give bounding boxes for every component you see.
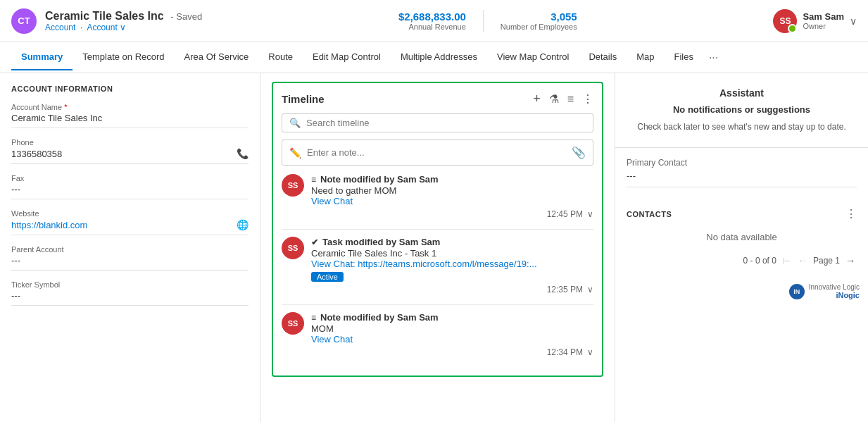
company-avatar: CT: [11, 8, 37, 34]
primary-contact-section: Primary Contact ---: [615, 148, 868, 197]
timeline-more-icon[interactable]: ⋮: [582, 92, 593, 106]
task-icon-2: ✔: [311, 237, 318, 247]
annual-revenue-stat: $2,688,833.00 Annual Revenue: [398, 11, 466, 31]
account-info-title: ACCOUNT INFORMATION: [11, 85, 249, 93]
timeline-search-input[interactable]: [306, 118, 586, 128]
nav-item-area[interactable]: Area Of Service: [175, 44, 259, 70]
timeline-note-input[interactable]: [307, 147, 566, 158]
timeline-title-1: ≡ Note modified by Sam Sam: [311, 174, 593, 185]
contacts-section: CONTACTS ⋮ No data available 0 - 0 of 0 …: [615, 197, 868, 278]
account-name-field: Account Name * Ceramic Tile Sales Inc: [11, 103, 249, 128]
timeline-title-3: ≡ Note modified by Sam Sam: [311, 312, 593, 323]
user-avatar: SS: [773, 9, 797, 33]
timeline-separator-1: [282, 229, 593, 230]
timeline-item-2: SS ✔ Task modified by Sam Sam Ceramic Ti…: [282, 237, 593, 294]
saved-label: - Saved: [170, 11, 202, 22]
timeline-content-3: ≡ Note modified by Sam Sam MOM View Chat…: [311, 312, 593, 357]
nav-more-button[interactable]: ···: [703, 44, 724, 71]
pagination-next-btn[interactable]: →: [844, 254, 857, 268]
phone-value[interactable]: 1336580358 📞: [11, 148, 249, 164]
website-label: Website: [11, 209, 249, 218]
company-name: Ceramic Tile Sales Inc: [45, 10, 164, 22]
timeline-content-1: ≡ Note modified by Sam Sam Need to gathe…: [311, 174, 593, 219]
header: CT Ceramic Tile Sales Inc - Saved Accoun…: [0, 0, 868, 42]
account-name-value[interactable]: Ceramic Tile Sales Inc: [11, 113, 249, 128]
employee-count-label: Number of Employees: [501, 23, 577, 31]
navigation-bar: Summary Template on Record Area Of Servi…: [0, 42, 868, 73]
primary-contact-value: ---: [627, 170, 857, 187]
website-value[interactable]: https://blankid.com 🌐: [11, 219, 249, 235]
search-icon: 🔍: [289, 118, 301, 128]
nav-item-details[interactable]: Details: [579, 44, 627, 70]
timeline-time-2: 12:35 PM: [547, 285, 583, 294]
timeline-actions: + ⚗ ≡ ⋮: [533, 92, 593, 106]
left-panel: ACCOUNT INFORMATION Account Name * Ceram…: [0, 73, 260, 422]
timeline-avatar-1: SS: [282, 174, 304, 197]
user-dropdown-chevron[interactable]: ∨: [850, 15, 857, 27]
timeline-time-1: 12:45 PM: [547, 209, 583, 219]
phone-icon: 📞: [237, 148, 249, 159]
parent-account-value[interactable]: ---: [11, 255, 249, 271]
website-field: Website https://blankid.com 🌐: [11, 209, 249, 235]
breadcrumb: Account · Account ∨: [45, 23, 202, 32]
header-left: CT Ceramic Tile Sales Inc - Saved Accoun…: [11, 8, 202, 34]
paperclip-icon[interactable]: 📎: [572, 146, 586, 159]
contacts-title: CONTACTS: [627, 210, 672, 218]
header-user: SS Sam Sam Owner ∨: [773, 9, 857, 33]
company-name-row: Ceramic Tile Sales Inc - Saved: [45, 10, 202, 23]
ticker-symbol-value[interactable]: ---: [11, 290, 249, 306]
timeline-link-3[interactable]: View Chat: [311, 334, 593, 345]
annual-revenue-value: $2,688,833.00: [398, 11, 466, 23]
assistant-section: Assistant No notifications or suggestion…: [615, 73, 868, 148]
timeline-expand-1[interactable]: ∨: [587, 209, 593, 219]
contacts-pagination: 0 - 0 of 0 ⊢ ← Page 1 →: [627, 254, 857, 268]
pagination-page-label: Page 1: [813, 256, 840, 266]
nav-item-summary[interactable]: Summary: [11, 44, 73, 70]
timeline-title-2: ✔ Task modified by Sam Sam: [311, 237, 593, 247]
timeline-meta-1: 12:45 PM ∨: [311, 209, 593, 219]
nav-item-view-map[interactable]: View Map Control: [487, 44, 579, 70]
nav-item-files[interactable]: Files: [664, 44, 703, 70]
phone-field: Phone 1336580358 📞: [11, 138, 249, 164]
right-panel: Assistant No notifications or suggestion…: [615, 73, 868, 422]
user-name: Sam Sam: [803, 11, 844, 22]
watermark-logo: iN: [789, 284, 805, 299]
timeline-add-icon[interactable]: +: [533, 92, 541, 106]
assistant-title: Assistant: [627, 87, 857, 99]
nav-item-route[interactable]: Route: [258, 44, 303, 70]
timeline-time-3: 12:34 PM: [547, 347, 583, 357]
nav-item-edit-map[interactable]: Edit Map Control: [303, 44, 391, 70]
watermark: iN Innovative Logic iNogic: [615, 278, 868, 305]
contacts-empty: No data available: [627, 232, 857, 242]
timeline: Timeline + ⚗ ≡ ⋮ 🔍 ✏️ 📎: [272, 82, 603, 377]
primary-contact-label: Primary Contact: [627, 158, 857, 168]
nav-item-map[interactable]: Map: [627, 44, 664, 70]
nav-item-addresses[interactable]: Multiple Addresses: [391, 44, 487, 70]
watermark-text: Innovative Logic: [809, 283, 860, 291]
note-icon-3: ≡: [311, 313, 316, 323]
fax-field: Fax ---: [11, 174, 249, 199]
nav-item-template[interactable]: Template on Record: [73, 44, 174, 70]
pagination-prev-btn[interactable]: ←: [796, 254, 809, 268]
timeline-body-2: Ceramic Tile Sales Inc - Task 1: [311, 248, 593, 259]
timeline-avatar-2: SS: [282, 237, 304, 259]
timeline-expand-2[interactable]: ∨: [587, 285, 593, 294]
stat-divider: [483, 10, 484, 32]
timeline-link-1[interactable]: View Chat: [311, 196, 593, 206]
contacts-more-button[interactable]: ⋮: [845, 207, 857, 221]
timeline-expand-3[interactable]: ∨: [587, 347, 593, 357]
timeline-meta-3: 12:34 PM ∨: [311, 347, 593, 357]
pagination-range: 0 - 0 of 0: [743, 256, 776, 266]
watermark-brand: iNogic: [809, 291, 860, 299]
timeline-filter-icon[interactable]: ⚗: [549, 92, 559, 106]
pagination-first-btn[interactable]: ⊢: [781, 254, 792, 268]
timeline-item-1: SS ≡ Note modified by Sam Sam Need to ga…: [282, 174, 593, 219]
timeline-separator-2: [282, 304, 593, 305]
annual-revenue-label: Annual Revenue: [398, 23, 466, 31]
globe-icon: 🌐: [237, 219, 249, 230]
timeline-link-2[interactable]: View Chat: https://teams.microsoft.com/l…: [311, 259, 593, 269]
timeline-meta-2: 12:35 PM ∨: [311, 285, 593, 294]
parent-account-field: Parent Account ---: [11, 245, 249, 271]
fax-value[interactable]: ---: [11, 184, 249, 199]
timeline-sort-icon[interactable]: ≡: [567, 93, 574, 106]
